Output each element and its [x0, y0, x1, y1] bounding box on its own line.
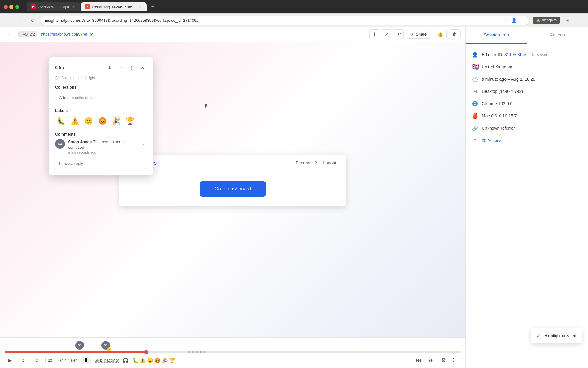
- download-icon-button[interactable]: ⬇: [369, 29, 379, 39]
- progress-dot: [188, 351, 190, 353]
- skip-end-button[interactable]: ⏭: [426, 355, 436, 365]
- emoji-neutral[interactable]: 😐: [147, 358, 153, 363]
- label-neutral[interactable]: 😐: [83, 115, 95, 127]
- embedded-content: Go to dashboard: [119, 171, 346, 206]
- skip-forward-button[interactable]: ↻: [32, 355, 42, 365]
- session-country-value: United Kingdom: [482, 64, 512, 69]
- progress-dot: [192, 351, 194, 353]
- pause-icon: ⏸: [84, 358, 89, 363]
- tab-recording-close[interactable]: ✕: [138, 4, 142, 9]
- clock-icon: 🕐: [472, 76, 478, 82]
- recording-url[interactable]: https://snapflows.com/?ref=pf: [41, 32, 93, 36]
- desktop-icon: 🖥: [472, 88, 478, 94]
- title-bar: H Overview – Hotjar ✕ ● Recording 142662…: [0, 0, 588, 13]
- actions-link[interactable]: 20 Actions: [482, 138, 502, 143]
- clip-more-icon[interactable]: ⋮: [127, 63, 136, 72]
- collection-input[interactable]: [55, 92, 147, 103]
- share-button[interactable]: ↗ Share: [406, 30, 431, 39]
- back-nav-button[interactable]: ‹: [5, 16, 13, 25]
- flag-icon: 🇬🇧: [472, 64, 478, 70]
- comment-menu-button[interactable]: ⋮: [140, 139, 147, 146]
- user-marker-1[interactable]: SJ: [75, 341, 84, 350]
- progress-dot: [200, 351, 202, 353]
- forward-nav-button[interactable]: ›: [17, 16, 25, 25]
- profile-icon[interactable]: 👤: [511, 17, 517, 23]
- ear-icon[interactable]: 🎧: [123, 358, 129, 363]
- new-tab-button[interactable]: +: [149, 2, 157, 11]
- label-rage[interactable]: 😡: [96, 115, 108, 127]
- progress-dot: [204, 351, 205, 353]
- time-separator: /: [67, 358, 70, 363]
- comments-section: SJ Sarah Jonas This person seems confuse…: [55, 139, 147, 154]
- session-browser-value: Chrome 103.0.0: [482, 101, 512, 106]
- browser-more-icon[interactable]: ⋮: [575, 16, 583, 25]
- progress-bar[interactable]: [5, 351, 461, 353]
- back-button[interactable]: ←: [5, 29, 15, 39]
- session-actions-value[interactable]: 20 Actions: [482, 138, 502, 143]
- skip-back-button[interactable]: ↺: [18, 355, 28, 365]
- clip-download-icon[interactable]: ⬇: [105, 63, 114, 72]
- browser-menu-icon[interactable]: ⋯: [579, 4, 584, 10]
- progress-thumb[interactable]: [144, 350, 148, 354]
- comment-author: Sarah Jonas: [68, 140, 92, 144]
- pause-play-combo-button[interactable]: ⏸: [81, 356, 91, 364]
- emoji-bug[interactable]: 🐛: [132, 358, 138, 363]
- eye-icon-button[interactable]: 👁: [394, 29, 404, 39]
- tab-recording[interactable]: ● Recording 14266258899 ✕: [81, 2, 146, 11]
- label-warning[interactable]: ⚠️: [69, 115, 81, 127]
- thumbs-up-button[interactable]: 👍: [434, 29, 447, 39]
- logout-link[interactable]: Logout: [323, 160, 336, 165]
- comments-label: Comments: [55, 132, 147, 136]
- embedded-nav-right: Feedback? Logout: [296, 160, 336, 165]
- delete-button[interactable]: 🗑: [449, 29, 461, 39]
- emoji-trophy[interactable]: 🏆: [169, 358, 175, 363]
- session-timestamp-value: a minute ago – Aug 1, 18:28: [482, 77, 535, 82]
- grid-icon[interactable]: ⊞: [563, 16, 571, 25]
- maximize-traffic-light[interactable]: [15, 5, 19, 9]
- emoji-rage[interactable]: 😡: [154, 358, 160, 363]
- more-icon[interactable]: ⋮: [519, 17, 525, 23]
- progress-dot: [196, 351, 198, 353]
- user-id-link[interactable]: 811e5f3f: [504, 52, 521, 57]
- highlight-created-toast: ✓ Highlight created: [531, 328, 582, 343]
- skip-inactivity-button[interactable]: Skip inactivity: [95, 358, 119, 363]
- session-referrer-value: Unknown referrer: [482, 126, 515, 131]
- comment-time: a few seconds ago: [68, 151, 137, 154]
- user-marker-2[interactable]: SJ 😐: [101, 341, 110, 350]
- time-total: 0:44: [70, 358, 77, 363]
- clip-share-icon[interactable]: ↗: [116, 63, 125, 72]
- sidebar-content: 👤 HJ user ID: 811e5f3f ↗ - New user 🇬🇧 U…: [466, 44, 588, 368]
- session-device-value: Desktop (1440 × 742): [482, 89, 523, 94]
- feedback-link[interactable]: Feedback?: [296, 160, 317, 165]
- close-traffic-light[interactable]: [4, 5, 8, 9]
- clip-close-icon[interactable]: ✕: [138, 63, 147, 72]
- emoji-celebrate[interactable]: 🎉: [162, 358, 168, 363]
- speed-button[interactable]: 1x: [45, 357, 55, 364]
- session-device-item: 🖥 Desktop (1440 × 742): [472, 88, 582, 94]
- incognito-button[interactable]: 🕵 Incognito: [533, 17, 560, 24]
- external-link-icon[interactable]: ↗: [523, 53, 526, 57]
- address-field[interactable]: insights.hotjar.com/r/?site=3090413&reco…: [40, 16, 530, 25]
- play-button[interactable]: ▶: [5, 355, 15, 365]
- reply-input[interactable]: [55, 158, 147, 169]
- tab-overview[interactable]: H Overview – Hotjar ✕: [27, 2, 80, 11]
- go-to-dashboard-button[interactable]: Go to dashboard: [200, 181, 266, 197]
- actions-tab-label: Actions: [550, 32, 565, 37]
- reload-nav-button[interactable]: ↻: [28, 16, 37, 25]
- emoji-warning[interactable]: ⚠️: [140, 358, 146, 363]
- fullscreen-button[interactable]: ⛶: [451, 355, 461, 365]
- minimize-traffic-light[interactable]: [9, 5, 13, 9]
- tab-overview-close[interactable]: ✕: [71, 4, 76, 9]
- label-trophy[interactable]: 🏆: [124, 115, 136, 127]
- session-os-value: Mac OS X 10.15.7: [482, 113, 517, 118]
- controls-bar: SJ SJ 😐 ▶: [0, 337, 466, 368]
- tab-session-info[interactable]: Session Info: [466, 27, 527, 44]
- share-external-icon-button[interactable]: ↗: [382, 29, 391, 39]
- label-celebrate[interactable]: 🎉: [110, 115, 122, 127]
- tab-actions[interactable]: Actions: [527, 27, 588, 44]
- session-browser-item: Chrome 103.0.0: [472, 101, 582, 107]
- bookmark-icon[interactable]: ☆: [503, 17, 509, 23]
- label-bug[interactable]: 🐛: [55, 115, 67, 127]
- settings-button[interactable]: ⚙: [439, 355, 448, 365]
- skip-start-button[interactable]: ⏮: [414, 355, 424, 365]
